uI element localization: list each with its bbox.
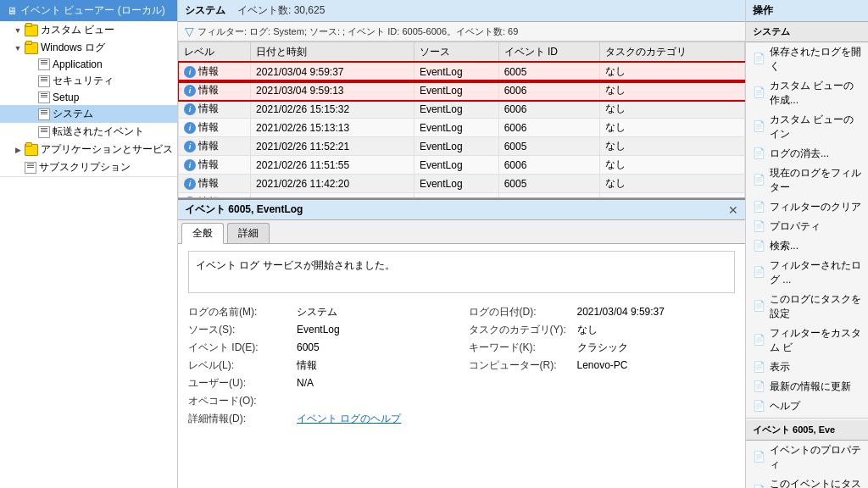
action-item-properties[interactable]: 📄プロパティ <box>746 217 868 236</box>
detail-content: イベント ログ サービスが開始されました。 ログの名前(M): システム ソース… <box>178 244 745 488</box>
info-icon: i <box>184 103 196 115</box>
detail-info-link[interactable]: イベント ログのヘルプ <box>297 412 401 426</box>
event-section-label: イベント 6005, Eve <box>746 420 868 441</box>
action-item-event-task[interactable]: 📄このイベントにタスクを <box>746 474 868 488</box>
action-item-event-props[interactable]: 📄イベントのプロパティ <box>746 441 868 474</box>
action-item-custom-filter[interactable]: 📄フィルターをカスタム ビ <box>746 324 868 358</box>
divider <box>746 418 868 419</box>
col-source[interactable]: ソース <box>414 42 498 63</box>
action-label: プロパティ <box>770 219 821 234</box>
page-icon <box>38 108 50 120</box>
action-label: フィルターのクリア <box>770 200 861 214</box>
datetime-cell: 2021/03/04 9:59:37 <box>251 63 415 81</box>
info-icon: i <box>184 159 196 171</box>
folder-icon <box>25 144 38 156</box>
page-icon <box>38 58 50 70</box>
sidebar-item-app-service[interactable]: ▶ アプリケーションとサービス ログ <box>0 141 177 158</box>
tabs-container: 全般 詳細 <box>178 220 745 244</box>
page-icon <box>25 162 36 174</box>
source-cell: EventLog <box>414 175 498 193</box>
event-actions-list: 📄イベントのプロパティ📄このイベントにタスクを📄コピー📄選択したイベントの保📄最… <box>746 441 868 488</box>
opcode-label: オペコード(O): <box>188 394 290 408</box>
sidebar-item-system[interactable]: ▶ システム <box>0 105 177 123</box>
action-icon: 📄 <box>753 400 766 413</box>
table-row[interactable]: i 情報2021/03/04 9:59:37EventLog6005なし <box>179 63 745 81</box>
info-icon: i <box>184 141 196 152</box>
level-cell: i 情報 <box>179 100 251 119</box>
datetime-cell: 2021/02/26 11:52:21 <box>251 137 415 156</box>
action-icon: 📄 <box>753 334 766 347</box>
category-cell: なし <box>600 119 745 137</box>
tab-general[interactable]: 全般 <box>181 223 224 244</box>
source-value: EventLog <box>297 324 340 336</box>
action-item-attach-task[interactable]: 📄このログにタスクを設定 <box>746 290 868 324</box>
action-item-view[interactable]: 📄表示 <box>746 358 868 377</box>
action-icon: 📄 <box>753 300 766 313</box>
action-item-filter-log[interactable]: 📄現在のログをフィルター <box>746 164 868 197</box>
sidebar-item-security[interactable]: ▶ セキュリティ <box>0 72 177 90</box>
category-cell: なし <box>600 137 745 156</box>
action-item-clear-log[interactable]: 📄ログの消去... <box>746 144 868 164</box>
tab-detail[interactable]: 詳細 <box>227 223 270 243</box>
table-row[interactable]: i 情報2021/02/26 15:13:13EventLog6006なし <box>179 119 745 137</box>
sidebar-item-custom-view[interactable]: ▼ カスタム ビュー <box>0 21 177 39</box>
source-cell: EventLog <box>414 63 498 81</box>
level-cell: i 情報 <box>179 63 251 81</box>
chevron-icon: ▶ <box>14 146 22 154</box>
sidebar-item-windows-log[interactable]: ▼ Windows ログ <box>0 39 177 57</box>
sidebar-item-setup[interactable]: ▶ Setup <box>0 90 177 105</box>
action-item-clear-filter[interactable]: 📄フィルターのクリア <box>746 197 868 217</box>
table-row[interactable]: i 情報2021/02/26 11:42:20EventLog6005なし <box>179 175 745 193</box>
event-table-container[interactable]: レベル 日付と時刻 ソース イベント ID タスクのカテゴリ i 情報2021/… <box>178 42 745 198</box>
action-item-refresh[interactable]: 📄最新の情報に更新 <box>746 377 868 396</box>
action-item-open-saved[interactable]: 📄保存されたログを開く <box>746 42 868 76</box>
event_id-cell: 6005 <box>498 63 600 81</box>
detail-message: イベント ログ サービスが開始されました。 <box>188 251 735 293</box>
col-level[interactable]: レベル <box>179 42 251 63</box>
source-label: ソース(S): <box>188 323 290 337</box>
event-id-row: イベント ID(E): 6005 <box>188 339 455 357</box>
page-icon <box>38 92 50 103</box>
action-label: 表示 <box>770 360 790 374</box>
log-date-label: ログの日付(D): <box>469 305 570 319</box>
datetime-cell: 2021/02/26 15:15:32 <box>251 100 415 119</box>
actions-title: 操作 <box>746 0 868 22</box>
page-icon <box>38 75 50 87</box>
event_id-cell: 6006 <box>498 81 600 100</box>
action-label: 最新の情報に更新 <box>770 380 851 394</box>
event-table-body: i 情報2021/03/04 9:59:37EventLog6005なしi 情報… <box>179 63 745 199</box>
table-row[interactable]: i 情報2021/02/26 11:51:55EventLog6006なし <box>179 156 745 175</box>
source-cell: EventLog <box>414 137 498 156</box>
action-item-save-filtered[interactable]: 📄フィルターされたログ ... <box>746 256 868 290</box>
computer-row: コンピューター(R): Lenovo-PC <box>469 357 736 374</box>
table-row[interactable]: i 情報2021/02/26 11:52:21EventLog6005なし <box>179 137 745 156</box>
detail-header: イベント 6005, EventLog ✕ <box>178 200 745 220</box>
action-item-help[interactable]: 📄ヘルプ <box>746 396 868 416</box>
action-item-create-custom[interactable]: 📄カスタム ビューの作成... <box>746 76 868 110</box>
action-item-import-custom[interactable]: 📄カスタム ビューのイン <box>746 110 868 144</box>
event_id-cell: 6006 <box>498 100 600 119</box>
action-icon: 📄 <box>753 240 766 253</box>
close-icon[interactable]: ✕ <box>728 204 738 216</box>
level-label: レベル(L): <box>188 358 290 373</box>
table-row[interactable]: i 情報2021/02/26 15:15:32EventLog6006なし <box>179 100 745 119</box>
action-label: 保存されたログを開く <box>770 45 861 74</box>
keyword-label: キーワード(K): <box>469 341 570 355</box>
sidebar-item-forwarded[interactable]: ▶ 転送されたイベント <box>0 123 177 141</box>
sidebar-item-subscription[interactable]: ▶ サブスクリプション <box>0 158 177 176</box>
table-header-row: レベル 日付と時刻 ソース イベント ID タスクのカテゴリ <box>179 42 745 63</box>
col-category[interactable]: タスクのカテゴリ <box>600 42 745 63</box>
col-datetime[interactable]: 日付と時刻 <box>251 42 415 63</box>
sidebar-item-application[interactable]: ▶ Application <box>0 57 177 72</box>
info-icon: i <box>184 178 196 190</box>
level-cell: i 情報 <box>179 156 251 175</box>
level-cell: i 情報 <box>179 119 251 137</box>
detail-right: ログの日付(D): 2021/03/04 9:59:37 タスクのカテゴリ(Y)… <box>469 303 736 428</box>
table-row[interactable]: i 情報2021/03/04 9:59:13EventLog6006なし <box>179 81 745 100</box>
col-event-id[interactable]: イベント ID <box>498 42 600 63</box>
filter-text: フィルター: ログ: System; ソース: ; イベント ID: 6005-… <box>198 25 518 38</box>
source-cell: EventLog <box>414 156 498 175</box>
detail-grid: ログの名前(M): システム ソース(S): EventLog イベント ID(… <box>188 303 735 428</box>
action-icon: 📄 <box>753 201 766 214</box>
action-item-find[interactable]: 📄検索... <box>746 236 868 256</box>
